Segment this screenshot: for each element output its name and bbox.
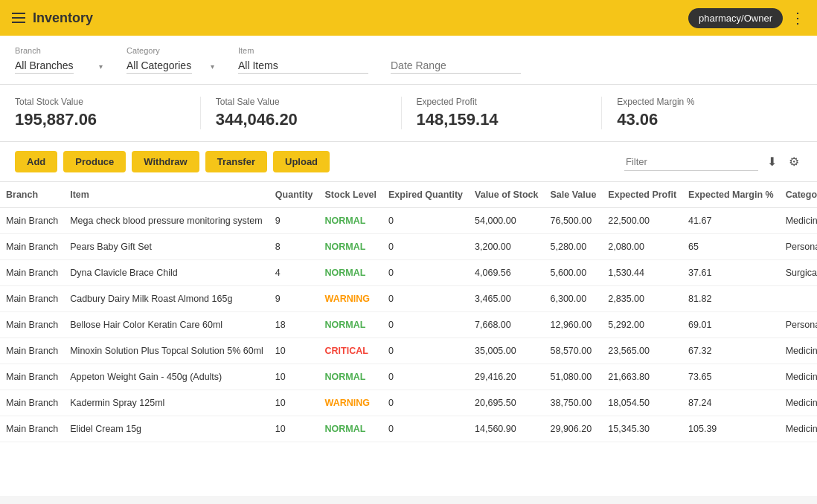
cell-value-of-stock: 3,200.00 [469, 234, 544, 260]
cell-expired-qty: 0 [382, 260, 469, 286]
cell-stock-level: NORMAL [319, 416, 382, 442]
cell-branch: Main Branch [0, 208, 64, 234]
table-body: Main BranchMega check blood pressure mon… [0, 208, 817, 442]
cell-category: Medicine [780, 338, 817, 364]
stat-label-3: Expected Margin % [617, 97, 787, 107]
cell-sale-value: 51,080.00 [545, 364, 603, 390]
cell-quantity: 9 [269, 208, 319, 234]
table-row: Main BranchMega check blood pressure mon… [0, 208, 817, 234]
col-header-5: Value of Stock [469, 182, 544, 208]
cell-expired-qty: 0 [382, 208, 469, 234]
user-badge[interactable]: pharmacy/Owner [688, 8, 783, 28]
stat-item-1: Total Sale Value 344,046.20 [201, 97, 402, 129]
cell-branch: Main Branch [0, 390, 64, 416]
cell-expected-margin: 37.61 [682, 260, 780, 286]
toolbar: AddProduceWithdrawTransferUpload ⬇ ⚙ [0, 142, 817, 182]
col-header-6: Sale Value [545, 182, 603, 208]
btn-produce[interactable]: Produce [63, 151, 126, 172]
cell-expected-profit: 23,565.00 [602, 338, 682, 364]
cell-expected-margin: 73.65 [682, 364, 780, 390]
download-icon[interactable]: ⬇ [764, 152, 780, 172]
cell-value-of-stock: 7,668.00 [469, 312, 544, 338]
cell-category: Surgical [780, 260, 817, 286]
settings-icon[interactable]: ⚙ [786, 152, 802, 172]
stat-item-3: Expected Margin % 43.06 [602, 97, 802, 129]
cell-item: Dyna Clavicle Brace Child [64, 260, 269, 286]
cell-item: Pears Baby Gift Set [64, 234, 269, 260]
cell-item: Cadbury Dairy Milk Roast Almond 165g [64, 286, 269, 312]
date-range-input[interactable] [391, 58, 521, 74]
cell-quantity: 10 [269, 364, 319, 390]
cell-category: Medicine [780, 208, 817, 234]
cell-value-of-stock: 14,560.90 [469, 416, 544, 442]
cell-quantity: 10 [269, 390, 319, 416]
cell-branch: Main Branch [0, 286, 64, 312]
table-row: Main BranchPears Baby Gift Set8NORMAL03,… [0, 234, 817, 260]
more-icon[interactable]: ⋮ [790, 9, 805, 27]
cell-branch: Main Branch [0, 260, 64, 286]
cell-expired-qty: 0 [382, 338, 469, 364]
col-header-4: Expired Quantity [382, 182, 469, 208]
cell-branch: Main Branch [0, 338, 64, 364]
date-range-filter [391, 58, 521, 74]
cell-stock-level: WARNING [319, 390, 382, 416]
category-select[interactable]: All Categories [126, 58, 192, 74]
cell-stock-level: NORMAL [319, 364, 382, 390]
col-header-8: Expected Margin % [682, 182, 780, 208]
cell-stock-level: NORMAL [319, 208, 382, 234]
cell-stock-level: CRITICAL [319, 338, 382, 364]
col-header-7: Expected Profit [602, 182, 682, 208]
category-select-wrapper: All Categories [126, 58, 216, 74]
stat-value-2: 148,159.14 [417, 110, 587, 129]
branch-select-wrapper: All Branches [15, 58, 104, 74]
btn-transfer[interactable]: Transfer [205, 151, 267, 172]
cell-expected-margin: 105.39 [682, 416, 780, 442]
col-header-1: Item [64, 182, 269, 208]
cell-value-of-stock: 4,069.56 [469, 260, 544, 286]
cell-expected-margin: 81.82 [682, 286, 780, 312]
cell-branch: Main Branch [0, 416, 64, 442]
cell-expected-profit: 1,530.44 [602, 260, 682, 286]
stat-value-1: 344,046.20 [216, 110, 386, 129]
cell-expected-profit: 15,345.30 [602, 416, 682, 442]
cell-item: Appeton Weight Gain - 450g (Adults) [64, 364, 269, 390]
hamburger-icon[interactable] [12, 13, 25, 23]
cell-branch: Main Branch [0, 312, 64, 338]
inventory-table-container: BranchItemQuantityStock LevelExpired Qua… [0, 182, 817, 496]
cell-item: Bellose Hair Color Keratin Care 60ml [64, 312, 269, 338]
btn-upload[interactable]: Upload [273, 151, 330, 172]
btn-add[interactable]: Add [15, 151, 57, 172]
toolbar-right: ⬇ ⚙ [624, 152, 802, 172]
table-row: Main BranchElidel Cream 15g10NORMAL014,5… [0, 416, 817, 442]
cell-quantity: 8 [269, 234, 319, 260]
branch-select[interactable]: All Branches [15, 58, 74, 74]
cell-category: Medicine [780, 364, 817, 390]
cell-stock-level: WARNING [319, 286, 382, 312]
cell-category: Medicine [780, 390, 817, 416]
table-header: BranchItemQuantityStock LevelExpired Qua… [0, 182, 817, 208]
cell-expected-margin: 69.01 [682, 312, 780, 338]
col-header-0: Branch [0, 182, 64, 208]
app-header: Inventory pharmacy/Owner ⋮ [0, 0, 817, 36]
search-input[interactable] [624, 153, 758, 171]
stat-label-0: Total Stock Value [15, 97, 185, 107]
cell-expected-margin: 41.67 [682, 208, 780, 234]
filters-bar: Branch All Branches Category All Categor… [0, 36, 817, 85]
table-row: Main BranchMinoxin Solution Plus Topcal … [0, 338, 817, 364]
cell-sale-value: 38,750.00 [545, 390, 603, 416]
item-input[interactable] [238, 58, 368, 74]
cell-expired-qty: 0 [382, 286, 469, 312]
cell-stock-level: NORMAL [319, 312, 382, 338]
cell-sale-value: 5,600.00 [545, 260, 603, 286]
cell-item: Mega check blood pressure monitoring sys… [64, 208, 269, 234]
table-row: Main BranchBellose Hair Color Keratin Ca… [0, 312, 817, 338]
cell-quantity: 10 [269, 338, 319, 364]
col-header-2: Quantity [269, 182, 319, 208]
cell-expected-margin: 65 [682, 234, 780, 260]
btn-withdraw[interactable]: Withdraw [132, 151, 199, 172]
cell-category: Personal Care [780, 234, 817, 260]
category-filter: Category All Categories [126, 46, 216, 74]
cell-item: Elidel Cream 15g [64, 416, 269, 442]
cell-sale-value: 12,960.00 [545, 312, 603, 338]
cell-expected-profit: 5,292.00 [602, 312, 682, 338]
